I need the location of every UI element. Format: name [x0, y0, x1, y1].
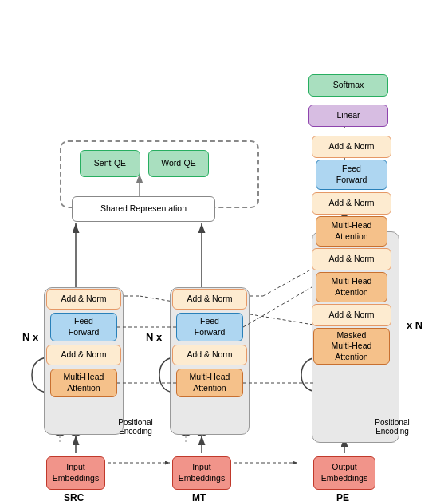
multi-head-attn-decoder2-box: Multi-HeadAttention — [316, 272, 387, 302]
mt-add-norm2-box: Add & Norm — [172, 289, 247, 310]
mt-multi-head-label: Multi-HeadAttention — [190, 372, 230, 393]
mt-feed-forward-box: FeedForward — [176, 313, 243, 341]
mt-add-norm2-label: Add & Norm — [187, 294, 232, 305]
src-add-norm2-box: Add & Norm — [46, 289, 121, 310]
feed-forward-decoder-label: FeedForward — [336, 164, 367, 185]
src-add-norm1-box: Add & Norm — [46, 345, 121, 365]
decoder-add-norm3-box: Add & Norm — [312, 136, 391, 158]
word-qe-box: Word-QE — [148, 150, 209, 177]
word-qe-label: Word-QE — [161, 158, 196, 169]
src-multi-head-label: Multi-HeadAttention — [64, 372, 104, 393]
pe-label: PE — [336, 492, 349, 501]
mt-feed-forward-label: FeedForward — [195, 316, 226, 337]
diagram: + ~ + ~ + ~ Softmax Linear Add & — [0, 0, 448, 501]
decoder-add-norm3-label: Add & Norm — [328, 141, 374, 152]
shared-repr-label: Shared Representation — [100, 203, 187, 215]
src-embed-box: Input Embeddings — [46, 456, 105, 490]
pos-enc-src-label: Positional Encoding — [112, 418, 159, 436]
mt-embed-box: Input Embeddings — [172, 456, 231, 490]
linear-box: Linear — [308, 105, 388, 127]
pe-embed-label: Output Embeddings — [321, 462, 367, 483]
linear-label: Linear — [336, 110, 360, 121]
decoder-add-norm1-label: Add & Norm — [328, 254, 374, 265]
multi-head-attn-decoder2-label: Multi-HeadAttention — [332, 276, 372, 298]
decoder-add-norm1-box: Add & Norm — [312, 248, 391, 270]
feed-forward-decoder-box: FeedForward — [316, 160, 387, 190]
mt-add-norm1-label: Add & Norm — [187, 349, 232, 361]
pos-enc-pe-label: Positional Encoding — [368, 418, 416, 436]
masked-multi-head-label: MaskedMulti-HeadAttention — [332, 330, 372, 363]
decoder-add-norm0-box: Add & Norm — [312, 304, 391, 326]
masked-multi-head-box: MaskedMulti-HeadAttention — [313, 328, 390, 365]
mt-add-norm1-box: Add & Norm — [172, 345, 247, 365]
softmax-label: Softmax — [333, 80, 364, 91]
shared-repr-box: Shared Representation — [72, 196, 215, 222]
multi-head-attn-decoder-label: Multi-HeadAttention — [332, 220, 372, 242]
nx-mid-label: N x — [146, 331, 162, 343]
sent-qe-box: Sent-QE — [80, 150, 140, 177]
svg-line-51 — [243, 287, 312, 327]
nx-left-label: N x — [22, 331, 38, 343]
src-multi-head-box: Multi-HeadAttention — [50, 369, 117, 397]
decoder-add-norm2-label: Add & Norm — [328, 198, 374, 209]
src-label: SRC — [64, 492, 84, 501]
sent-qe-label: Sent-QE — [94, 158, 126, 169]
mt-embed-label: Input Embeddings — [179, 462, 225, 483]
src-feed-forward-label: FeedForward — [69, 316, 100, 337]
softmax-box: Softmax — [308, 74, 388, 97]
xn-right-label: x N — [407, 319, 422, 331]
mt-label: MT — [192, 492, 206, 501]
src-add-norm2-label: Add & Norm — [61, 294, 106, 305]
pe-embed-box: Output Embeddings — [313, 456, 375, 490]
src-add-norm1-label: Add & Norm — [61, 349, 106, 361]
mt-multi-head-box: Multi-HeadAttention — [176, 369, 243, 397]
src-embed-label: Input Embeddings — [53, 462, 99, 483]
src-feed-forward-box: FeedForward — [50, 313, 117, 341]
decoder-add-norm0-label: Add & Norm — [328, 310, 374, 321]
decoder-add-norm2-box: Add & Norm — [312, 192, 391, 215]
multi-head-attn-decoder-box: Multi-HeadAttention — [316, 216, 387, 247]
